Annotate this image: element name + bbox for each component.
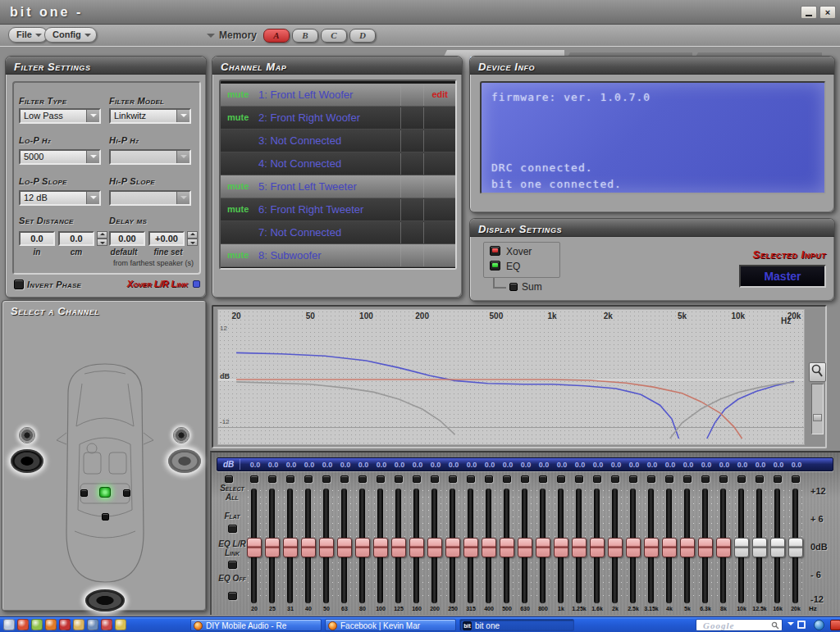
band-slider-handle[interactable]	[698, 538, 713, 557]
band-slider-handle[interactable]	[391, 538, 406, 557]
channel-row[interactable]: 3: Not Connected	[221, 130, 455, 152]
band-slider-handle[interactable]	[734, 538, 749, 557]
band-select-button[interactable]	[250, 475, 258, 483]
taskbar-task-3[interactable]: bitbit one	[459, 619, 574, 631]
band-select-button[interactable]	[485, 475, 493, 483]
distance-in-field[interactable]: 0.0	[19, 231, 55, 246]
band-select-button[interactable]	[467, 475, 475, 483]
spinner-down-icon[interactable]	[187, 239, 198, 246]
band-select-button[interactable]	[575, 475, 583, 483]
band-select-button[interactable]	[593, 475, 601, 483]
xover-lr-link-toggle[interactable]	[193, 280, 200, 288]
band-slider-handle[interactable]	[572, 538, 587, 557]
tray-icon-1[interactable]	[814, 620, 824, 630]
eq-off-button[interactable]	[228, 592, 237, 600]
band-slider-handle[interactable]	[463, 538, 478, 557]
file-menu-button[interactable]: File	[8, 27, 48, 43]
memory-b-button[interactable]: B	[292, 29, 318, 43]
band-select-button[interactable]	[340, 475, 349, 483]
band-select-button[interactable]	[629, 475, 637, 483]
quicklaunch-mail-icon[interactable]	[17, 619, 29, 630]
select-all-band-button[interactable]	[225, 475, 233, 483]
quicklaunch-media-icon[interactable]	[59, 619, 71, 630]
lop-hz-select[interactable]: 5000	[19, 149, 101, 165]
spinner-down-icon[interactable]	[97, 239, 107, 246]
quicklaunch-notes-icon[interactable]	[31, 619, 43, 630]
delay-fine-field[interactable]: +0.00	[148, 231, 185, 246]
front-left-woofer-speaker[interactable]	[11, 449, 43, 473]
tray-icon-2[interactable]	[830, 620, 840, 630]
band-slider-handle[interactable]	[752, 538, 767, 557]
mute-button[interactable]: mute	[227, 250, 249, 260]
band-select-button[interactable]	[611, 475, 619, 483]
band-select-button[interactable]	[756, 475, 764, 483]
band-slider-handle[interactable]	[445, 538, 460, 557]
mute-button[interactable]: mute	[227, 204, 249, 214]
band-slider-handle[interactable]	[662, 538, 677, 557]
band-select-button[interactable]	[665, 475, 673, 483]
mute-button[interactable]: mute	[227, 89, 249, 99]
band-select-button[interactable]	[322, 475, 331, 483]
search-icon[interactable]	[771, 621, 779, 630]
channel-row[interactable]: mute6: Front Right Tweeter	[221, 198, 455, 221]
band-slider-handle[interactable]	[373, 538, 388, 557]
memory-d-button[interactable]: D	[349, 29, 376, 43]
channel-row[interactable]: 7: Not Connected	[221, 221, 455, 244]
band-select-button[interactable]	[774, 475, 782, 483]
taskbar-task-2[interactable]: Facebook | Kevin Mar	[325, 619, 456, 631]
band-slider-handle[interactable]	[337, 538, 352, 557]
quicklaunch-writer-icon[interactable]	[101, 619, 112, 630]
front-right-tweeter-speaker[interactable]	[173, 427, 189, 443]
delay-stepper[interactable]	[187, 231, 198, 246]
band-slider-handle[interactable]	[716, 538, 731, 557]
delay-default-field[interactable]: 0.00	[109, 231, 145, 246]
band-slider-handle[interactable]	[355, 538, 370, 557]
band-slider-handle[interactable]	[626, 538, 641, 557]
channel-select-button-center[interactable]	[102, 513, 109, 521]
band-select-button[interactable]	[395, 475, 403, 483]
filter-model-select[interactable]: Linkwitz	[109, 108, 191, 124]
channel-row[interactable]: mute2: Front Right Woofer	[221, 107, 455, 130]
band-select-button[interactable]	[377, 475, 385, 483]
band-select-button[interactable]	[268, 475, 276, 483]
band-select-button[interactable]	[557, 475, 565, 483]
front-left-tweeter-speaker[interactable]	[19, 427, 35, 443]
filter-type-select[interactable]: Low Pass	[19, 108, 101, 124]
band-slider-handle[interactable]	[265, 538, 280, 557]
channel-row[interactable]: mute8: Subwoofer	[221, 244, 455, 267]
memory-a-button[interactable]: A	[263, 29, 290, 43]
channel-select-button-active[interactable]	[99, 487, 111, 498]
quicklaunch-firefox-icon[interactable]	[45, 619, 57, 630]
distance-stepper[interactable]	[97, 231, 107, 246]
spinner-up-icon[interactable]	[97, 231, 107, 239]
mute-button[interactable]: mute	[227, 112, 249, 122]
band-slider-handle[interactable]	[247, 538, 262, 557]
band-select-button[interactable]	[719, 475, 728, 483]
flat-button[interactable]	[228, 525, 237, 533]
band-select-button[interactable]	[539, 475, 547, 483]
band-slider-handle[interactable]	[536, 538, 550, 557]
band-select-button[interactable]	[304, 475, 313, 483]
distance-cm-field[interactable]: 0.0	[58, 231, 94, 246]
eq-checkbox[interactable]	[490, 261, 500, 271]
config-menu-button[interactable]: Config	[44, 27, 97, 43]
band-select-button[interactable]	[358, 475, 367, 483]
channel-row[interactable]: mute5: Front Left Tweeter	[221, 175, 455, 198]
band-select-button[interactable]	[701, 475, 710, 483]
band-select-button[interactable]	[683, 475, 692, 483]
band-slider-handle[interactable]	[518, 538, 532, 557]
band-slider-handle[interactable]	[680, 538, 695, 557]
memory-dropdown-icon[interactable]	[207, 34, 215, 42]
graph-scrollbar[interactable]	[811, 384, 824, 434]
memory-c-button[interactable]: C	[321, 29, 347, 43]
subwoofer-speaker[interactable]	[85, 589, 125, 612]
channel-row[interactable]: mute1: Front Left Wooferedit	[221, 84, 455, 107]
graph-scrollbar-thumb[interactable]	[813, 414, 822, 421]
front-right-woofer-speaker[interactable]	[168, 449, 201, 473]
minimize-button[interactable]	[801, 6, 817, 19]
band-select-button[interactable]	[286, 475, 294, 483]
google-search-box[interactable]: Google	[696, 619, 783, 631]
quicklaunch-keys-icon[interactable]	[115, 619, 126, 630]
band-slider-handle[interactable]	[500, 538, 514, 557]
band-slider-handle[interactable]	[283, 538, 298, 557]
